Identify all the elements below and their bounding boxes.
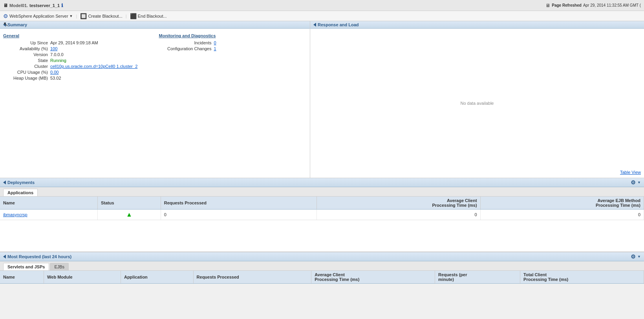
col-requests-processed: Requests Processed — [161, 197, 317, 210]
mr-col-name: Name — [0, 271, 44, 284]
cpu-row: CPU Usage (%) 0.00 — [3, 70, 151, 75]
col-avg-client: Average ClientProcessing Time (ms) — [317, 197, 480, 210]
summary-header-title: Summary — [3, 22, 27, 27]
summary-panel: Summary General Up Since Apr 29, 2014 9:… — [0, 21, 310, 178]
toolbar-separator-1: | — [76, 14, 77, 18]
create-blackout-label: Create Blackout... — [88, 14, 122, 18]
incidents-row: Incidents 0 — [159, 40, 307, 45]
cpu-value[interactable]: 0.00 — [50, 70, 59, 75]
create-blackout-icon: 🔲 — [80, 13, 87, 19]
row-name[interactable]: ibmasyncrsp — [0, 210, 97, 220]
col-status: Status — [97, 197, 161, 210]
title-prefix: Model01. — [9, 3, 28, 8]
response-body: No data available — [310, 29, 644, 178]
response-collapse-icon[interactable] — [313, 23, 316, 27]
most-requested-header: Most Requested (last 24 hours) ⚙ ▼ — [0, 252, 644, 261]
deployments-gear-arrow: ▼ — [637, 180, 641, 184]
summary-collapse-icon[interactable] — [3, 23, 6, 27]
cluster-label: Cluster — [3, 64, 50, 69]
mr-col-requests-per-minute: Requests (perminute) — [435, 271, 520, 284]
deployments-gear-button[interactable]: ⚙ ▼ — [631, 179, 641, 186]
deployments-empty-space — [0, 220, 644, 252]
websphere-dropdown-button[interactable]: ⚙ WebSphere Application Server ▼ — [3, 13, 73, 19]
deployments-table-header-row: Name Status Requests Processed Average C… — [0, 197, 644, 210]
deployments-collapse-icon[interactable] — [3, 180, 6, 184]
incidents-value[interactable]: 0 — [214, 40, 216, 45]
response-title: Response and Load — [318, 22, 359, 27]
heap-value: 53.02 — [50, 76, 61, 80]
mr-col-avg-client: Average ClientProcessing Time (ms) — [311, 271, 435, 284]
row-avg-client: 0 — [317, 210, 480, 220]
tab-servlets-jsps[interactable]: Servlets and JSPs — [3, 263, 49, 270]
toolbar-separator-2: | — [126, 14, 127, 18]
summary-title: Summary — [7, 22, 27, 27]
top-bar: 🖥 Model01.testserver_1_1 ℹ 🖥 Page Refres… — [0, 0, 644, 11]
config-changes-value[interactable]: 1 — [214, 46, 216, 51]
most-requested-title: Most Requested (last 24 hours) — [7, 254, 71, 259]
row-status: ▲ — [97, 210, 161, 220]
config-changes-label: Configuration Changes — [159, 46, 214, 51]
incidents-label: Incidents — [159, 40, 214, 45]
tab-applications[interactable]: Applications — [3, 189, 38, 196]
general-column: General Up Since Apr 29, 2014 9:09:18 AM… — [3, 32, 151, 82]
up-since-value: Apr 29, 2014 9:09:18 AM — [50, 40, 98, 45]
summary-body: General Up Since Apr 29, 2014 9:09:18 AM… — [0, 29, 310, 88]
end-blackout-label: End Blackout... — [138, 14, 167, 18]
up-since-label: Up Since — [3, 40, 50, 45]
websphere-dropdown-arrow: ▼ — [70, 14, 73, 18]
cluster-value[interactable]: cell10p.us.oracle.com.d=10pCell0 1.clust… — [50, 64, 137, 69]
most-requested-gear-button[interactable]: ⚙ ▼ — [631, 253, 641, 260]
up-since-row: Up Since Apr 29, 2014 9:09:18 AM — [3, 40, 151, 45]
deployments-section: Deployments ⚙ ▼ Applications Name Status… — [0, 178, 644, 252]
most-requested-header-title: Most Requested (last 24 hours) — [3, 254, 71, 259]
summary-section-header: Summary — [0, 21, 310, 29]
summary-info-grid: General Up Since Apr 29, 2014 9:09:18 AM… — [3, 32, 307, 82]
response-section-header: Response and Load — [310, 21, 644, 29]
status-up-icon: ▲ — [126, 211, 132, 218]
state-row: State Running — [3, 58, 151, 63]
general-title: General — [3, 33, 151, 38]
availability-row: Availability (%) 100 — [3, 46, 151, 51]
table-view-link[interactable]: Table View — [620, 170, 641, 175]
deployments-header-title: Deployments — [3, 180, 35, 185]
config-changes-row: Configuration Changes 1 — [159, 46, 307, 51]
availability-label: Availability (%) — [3, 46, 50, 51]
availability-value[interactable]: 100 — [50, 46, 57, 51]
col-name: Name — [0, 197, 97, 210]
deployments-sub-tabs: Applications — [0, 187, 644, 197]
monitoring-column: Monitoring and Diagnostics Incidents 0 C… — [159, 32, 307, 82]
server-status-icon: 🖥 — [545, 3, 550, 8]
heap-row: Heap Usage (MB) 53.02 — [3, 76, 151, 80]
row-requests: 0 — [161, 210, 317, 220]
most-requested-table: Name Web Module Application Requests Pro… — [0, 271, 644, 284]
deployments-table: Name Status Requests Processed Average C… — [0, 197, 644, 220]
info-icon[interactable]: ℹ — [61, 3, 63, 8]
most-requested-collapse-icon[interactable] — [3, 255, 6, 259]
app-name-link[interactable]: ibmasyncrsp — [3, 212, 27, 217]
version-value: 7.0.0.0 — [50, 52, 64, 57]
title-server: testserver_1_1 — [29, 3, 60, 8]
no-data-text: No data available — [460, 101, 494, 106]
create-blackout-button[interactable]: 🔲 Create Blackout... — [80, 13, 122, 19]
websphere-label: WebSphere Application Server — [9, 14, 68, 18]
most-requested-table-header-row: Name Web Module Application Requests Pro… — [0, 271, 644, 284]
response-load-panel: Response and Load No data available Tabl… — [310, 21, 644, 178]
server-favicon-icon: 🖥 — [3, 3, 8, 8]
response-header-title: Response and Load — [313, 22, 359, 27]
top-bar-right: 🖥 Page Refreshed Apr 29, 2014 11:32:55 A… — [545, 3, 641, 8]
refresh-time: Apr 29, 2014 11:32:55 AM GMT ( — [583, 3, 641, 7]
page-refreshed-label: Page Refreshed — [552, 3, 582, 7]
state-value: Running — [50, 58, 66, 63]
table-row: ibmasyncrsp ▲ 0 0 0 — [0, 210, 644, 220]
websphere-icon: ⚙ — [3, 13, 8, 19]
top-panels: Summary General Up Since Apr 29, 2014 9:… — [0, 21, 644, 178]
mr-col-application: Application — [121, 271, 193, 284]
cpu-label: CPU Usage (%) — [3, 70, 50, 75]
state-label: State — [3, 58, 50, 63]
end-blackout-button[interactable]: ⬛ End Blackout... — [130, 13, 167, 19]
toolbar: ⚙ WebSphere Application Server ▼ | 🔲 Cre… — [0, 11, 644, 21]
tab-ejbs[interactable]: EJBs — [50, 263, 69, 270]
most-requested-tabs: Servlets and JSPs EJBs — [0, 261, 644, 271]
version-label: Version — [3, 52, 50, 57]
row-avg-ejb: 0 — [480, 210, 644, 220]
